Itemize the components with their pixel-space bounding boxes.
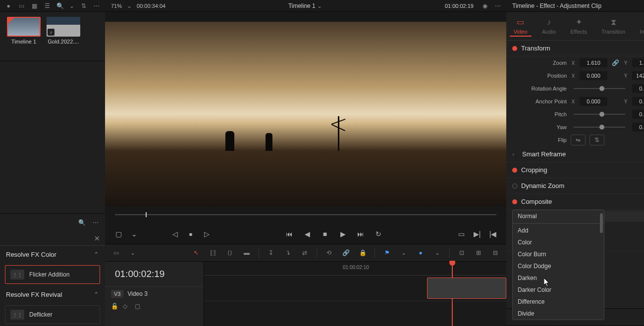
blade-tool-icon[interactable]: ▬ — [242, 248, 252, 258]
timeline-timecode[interactable]: 01:00:02:19 — [105, 262, 204, 286]
marker-icon[interactable]: ● — [416, 248, 426, 258]
dd-item-color-burn[interactable]: Color Burn — [513, 248, 604, 260]
timeline-title[interactable]: Timeline 1 — [288, 2, 316, 9]
anchor-y-input[interactable]: 0.000 — [632, 97, 644, 106]
viewer-scrubber[interactable] — [115, 210, 496, 220]
prev-clip-icon[interactable]: |◀ — [487, 229, 498, 239]
search-icon[interactable]: 🔍 — [55, 1, 64, 10]
track-row-v3[interactable] — [204, 276, 506, 301]
retime-icon[interactable]: ⟲ — [324, 248, 334, 258]
zoom-y-input[interactable]: 1.610 — [632, 58, 644, 67]
dynamic-trim-icon[interactable]: ⟨⟩ — [225, 248, 235, 258]
zoom-detail-icon[interactable]: ⊞ — [474, 248, 483, 258]
dd-item-darken[interactable]: Darken — [513, 272, 604, 284]
sort-icon[interactable]: ⇅ — [79, 1, 88, 10]
record-icon[interactable]: ● — [185, 229, 196, 239]
anchor-x-input[interactable]: 0.000 — [580, 97, 607, 106]
track-header-v3[interactable]: V3 Video 3 — [105, 286, 204, 301]
rotation-input[interactable]: 0.000 — [632, 84, 644, 93]
fx-category-color[interactable]: Resolve FX Color ⌃ — [0, 246, 105, 263]
zoom-custom-icon[interactable]: ⊟ — [490, 248, 500, 258]
link-icon[interactable]: 🔗 — [341, 248, 351, 258]
pos-x-input[interactable]: 0.000 — [580, 71, 607, 80]
grid-view-icon[interactable]: ▦ — [30, 1, 39, 10]
next-edit-icon[interactable]: ▷ — [201, 229, 212, 239]
crop-icon[interactable]: ▢ — [113, 229, 124, 239]
section-smart-reframe[interactable]: › Smart Reframe — [506, 146, 644, 162]
pitch-input[interactable]: 0.000 — [632, 110, 644, 119]
yaw-slider[interactable] — [574, 127, 625, 128]
more-icon[interactable]: ⋯ — [92, 1, 101, 10]
overwrite-icon[interactable]: ↴ — [283, 248, 293, 258]
next-clip-icon[interactable]: ▶| — [472, 229, 483, 239]
chevron-down-icon[interactable]: ⌄ — [128, 248, 138, 258]
more-icon[interactable]: ⋯ — [493, 1, 502, 10]
chevron-down-icon[interactable]: ⌄ — [399, 248, 409, 258]
dd-item-normal[interactable]: Normal — [513, 210, 604, 222]
zoom-x-input[interactable]: 1.610 — [580, 58, 607, 67]
match-frame-icon[interactable]: ▭ — [456, 229, 467, 239]
close-icon[interactable]: ✕ — [94, 234, 100, 242]
chevron-down-icon[interactable]: ⌄ — [432, 248, 442, 258]
disable-track-icon[interactable]: ▢ — [135, 303, 143, 311]
auto-select-icon[interactable]: ◇ — [123, 303, 131, 311]
fx-item-deflicker[interactable]: ⋮⋮ Deflicker — [5, 305, 100, 324]
yaw-input[interactable]: 0.000 — [632, 123, 644, 132]
play-button[interactable]: ▶ — [337, 229, 348, 239]
lock-track-icon[interactable]: 🔓 — [111, 303, 119, 311]
trim-tool-icon[interactable]: ⟦⟧ — [208, 248, 218, 258]
link-icon[interactable]: 🔗 — [611, 59, 619, 66]
section-composite[interactable]: Composite ◆ ↺ — [506, 194, 644, 210]
list-view-icon[interactable]: ☰ — [43, 1, 52, 10]
tab-video[interactable]: ▭ Video — [510, 15, 532, 37]
stop-button[interactable]: ■ — [320, 229, 330, 239]
clip-gold[interactable]: ♪ Gold.2022.... — [47, 17, 80, 56]
tab-effects[interactable]: ✦ Effects — [566, 15, 590, 37]
lock-icon[interactable]: 🔒 — [358, 248, 368, 258]
dd-item-darker-color[interactable]: Darker Color — [513, 284, 604, 296]
section-cropping[interactable]: Cropping ◆ ↺ — [506, 162, 644, 178]
color-wheel-icon[interactable]: ◉ — [481, 1, 489, 10]
more-icon[interactable]: ⋯ — [91, 218, 100, 227]
rotation-slider[interactable] — [574, 88, 625, 89]
jump-end-button[interactable]: ⏭ — [355, 229, 366, 239]
clip-timeline1[interactable]: Timeline 1 — [7, 17, 41, 56]
tab-image[interactable]: ▣ Image — [636, 15, 644, 37]
dd-item-color-dodge[interactable]: Color Dodge — [513, 260, 604, 272]
flip-v-button[interactable]: ⇅ — [590, 135, 604, 145]
dd-item-color[interactable]: Color — [513, 236, 604, 248]
flip-h-button[interactable]: ⇋ — [571, 135, 586, 145]
pos-y-input[interactable]: 142.000 — [632, 71, 644, 80]
composite-mode-dropdown[interactable]: Normal Add Color Color Burn Color Dodge … — [512, 210, 604, 320]
chevron-down-icon[interactable]: ⌄ — [126, 1, 133, 10]
section-transform[interactable]: Transform ◆ ↺ — [506, 41, 644, 56]
section-dynamic-zoom[interactable]: Dynamic Zoom ↺ — [506, 178, 644, 194]
enable-dot-icon[interactable] — [512, 184, 517, 188]
viewer-canvas[interactable] — [105, 22, 506, 206]
loop-button[interactable]: ↻ — [373, 229, 384, 239]
timeline-ruler[interactable]: 01:00:02:10 — [204, 262, 506, 276]
timeline-view-icon[interactable]: ▭ — [111, 248, 121, 258]
jump-start-button[interactable]: ⏮ — [284, 229, 295, 239]
dd-item-divide[interactable]: Divide — [513, 308, 604, 320]
insert-icon[interactable]: ↧ — [266, 248, 276, 258]
flag-icon[interactable]: ⚑ — [382, 248, 392, 258]
fx-item-flicker-addition[interactable]: ⋮⋮ Flicker Addition — [5, 265, 100, 284]
pitch-slider[interactable] — [574, 114, 625, 115]
prev-edit-icon[interactable]: ◁ — [169, 229, 180, 239]
thumb-toggle-icon[interactable]: ▭ — [17, 1, 26, 10]
chevron-down-icon[interactable]: ⌄ — [129, 229, 140, 239]
chevron-down-icon[interactable]: ⌄ — [317, 2, 322, 9]
tab-audio[interactable]: ♪ Audio — [538, 16, 560, 37]
step-back-button[interactable]: ◀ — [302, 229, 313, 239]
chevron-down-icon[interactable]: ⌄ — [68, 1, 75, 10]
search-icon[interactable]: 🔍 — [77, 218, 86, 227]
replace-icon[interactable]: ⇄ — [300, 248, 310, 258]
selection-tool-icon[interactable]: ↖ — [191, 248, 201, 258]
viewer-zoom[interactable]: 71% — [111, 3, 122, 9]
enable-dot-icon[interactable] — [512, 199, 517, 204]
tab-transition[interactable]: ⧗ Transition — [597, 16, 629, 37]
dd-item-difference[interactable]: Difference — [513, 296, 604, 308]
enable-dot-icon[interactable] — [512, 168, 517, 173]
dd-item-add[interactable]: Add — [513, 225, 604, 236]
